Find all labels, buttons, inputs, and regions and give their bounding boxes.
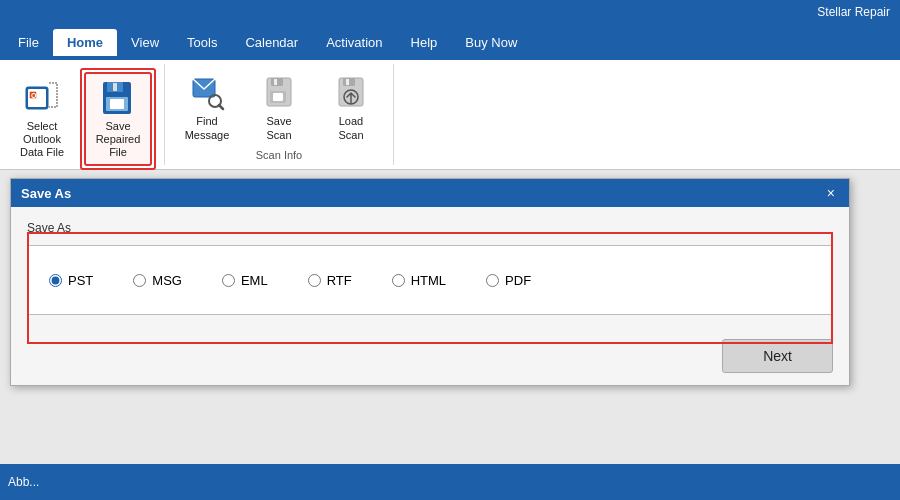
save-as-section-label: Save As — [27, 221, 833, 235]
format-selection-box: PSTMSGEMLRTFHTMLPDF — [27, 245, 833, 315]
format-option-pdf[interactable]: PDF — [486, 273, 531, 288]
svg-rect-17 — [273, 93, 283, 101]
svg-text:O: O — [31, 92, 37, 99]
format-radio-html[interactable] — [392, 274, 405, 287]
svg-rect-9 — [110, 99, 124, 109]
svg-rect-20 — [346, 79, 349, 85]
format-radio-pdf[interactable] — [486, 274, 499, 287]
menu-item-activation[interactable]: Activation — [312, 29, 396, 56]
ribbon-btn-label-select-outlook: Select OutlookData File — [10, 120, 74, 160]
menu-item-buynow[interactable]: Buy Now — [451, 29, 531, 56]
ribbon-btn-label-find-message: FindMessage — [185, 115, 230, 141]
dialog-title: Save As — [21, 186, 71, 201]
load-scan-icon — [331, 73, 371, 113]
format-label-msg: MSG — [152, 273, 182, 288]
ribbon-btn-select-outlook[interactable]: OSelect OutlookData File — [8, 74, 76, 164]
menu-item-calendar[interactable]: Calendar — [231, 29, 312, 56]
svg-rect-7 — [113, 83, 117, 91]
svg-line-12 — [219, 105, 223, 109]
format-option-eml[interactable]: EML — [222, 273, 268, 288]
format-option-html[interactable]: HTML — [392, 273, 446, 288]
dialog-titlebar: Save As × — [11, 179, 849, 207]
format-option-msg[interactable]: MSG — [133, 273, 182, 288]
next-button[interactable]: Next — [722, 339, 833, 373]
menu-item-help[interactable]: Help — [397, 29, 452, 56]
save-scan-icon — [259, 73, 299, 113]
ribbon-btn-label-load-scan: LoadScan — [338, 115, 363, 141]
save-repaired-icon — [98, 78, 138, 118]
dialog-footer: Next — [11, 331, 849, 385]
menu-item-tools[interactable]: Tools — [173, 29, 231, 56]
format-label-rtf: RTF — [327, 273, 352, 288]
format-label-pdf: PDF — [505, 273, 531, 288]
ribbon-group-home-group: OSelect OutlookData FileSaveRepaired Fil… — [0, 64, 165, 165]
format-radio-pst[interactable] — [49, 274, 62, 287]
format-label-eml: EML — [241, 273, 268, 288]
app-title: Stellar Repair — [817, 5, 890, 19]
ribbon: OSelect OutlookData FileSaveRepaired Fil… — [0, 60, 900, 170]
ribbon-btn-find-message[interactable]: FindMessage — [173, 69, 241, 145]
dialog-close-button[interactable]: × — [823, 185, 839, 201]
format-option-pst[interactable]: PST — [49, 273, 93, 288]
ribbon-btn-highlight-wrapper-save-repaired: SaveRepaired File — [80, 68, 156, 170]
ribbon-btn-save-repaired[interactable]: SaveRepaired File — [84, 72, 152, 166]
format-label-pst: PST — [68, 273, 93, 288]
menu-item-view[interactable]: View — [117, 29, 173, 56]
format-radio-eml[interactable] — [222, 274, 235, 287]
menu-item-home[interactable]: Home — [53, 29, 117, 56]
menu-item-file[interactable]: File — [4, 29, 53, 56]
ribbon-btn-save-scan[interactable]: SaveScan — [245, 69, 313, 145]
ribbon-group-label-scan-info-group: Scan Info — [256, 147, 302, 161]
find-message-icon — [187, 73, 227, 113]
format-option-rtf[interactable]: RTF — [308, 273, 352, 288]
ribbon-btn-label-save-scan: SaveScan — [266, 115, 291, 141]
format-label-html: HTML — [411, 273, 446, 288]
title-bar: Stellar Repair — [0, 0, 900, 24]
dialog-body: Save As PSTMSGEMLRTFHTMLPDF — [11, 207, 849, 331]
save-as-dialog: Save As × Save As PSTMSGEMLRTFHTMLPDF Ne… — [10, 178, 850, 386]
ribbon-btn-label-save-repaired: SaveRepaired File — [88, 120, 148, 160]
svg-rect-15 — [274, 79, 277, 85]
format-radio-rtf[interactable] — [308, 274, 321, 287]
taskbar: Abb... — [0, 464, 900, 500]
format-radio-msg[interactable] — [133, 274, 146, 287]
ribbon-group-scan-info-group: FindMessageSaveScanLoadScanScan Info — [165, 64, 394, 165]
taskbar-text: Abb... — [8, 475, 39, 489]
select-outlook-icon: O — [22, 78, 62, 118]
menu-bar: FileHomeViewToolsCalendarActivationHelpB… — [0, 24, 900, 60]
ribbon-btn-load-scan[interactable]: LoadScan — [317, 69, 385, 145]
dialog-area: Save As × Save As PSTMSGEMLRTFHTMLPDF Ne… — [0, 170, 900, 500]
